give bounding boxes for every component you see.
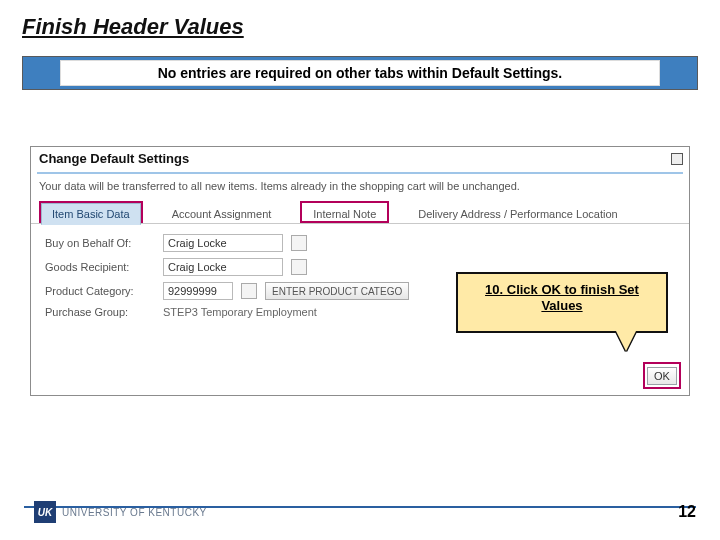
ok-button[interactable]: OK <box>647 367 677 385</box>
notice-inner: No entries are required on other tabs wi… <box>60 60 660 86</box>
panel-header: Change Default Settings <box>31 147 689 170</box>
instruction-callout: 10. Click OK to finish Set Values <box>456 272 668 333</box>
label-buy-on-behalf: Buy on Behalf Of: <box>45 237 155 249</box>
picker-product-category-icon[interactable] <box>241 283 257 299</box>
org-name: UNIVERSITY OF KENTUCKY <box>62 507 207 518</box>
page-number: 12 <box>678 503 696 521</box>
tab-internal-note[interactable]: Internal Note <box>302 203 387 224</box>
label-goods-recipient: Goods Recipient: <box>45 261 155 273</box>
window-toggle-icon[interactable] <box>671 153 683 165</box>
field-goods-recipient[interactable]: Craig Locke <box>163 258 283 276</box>
field-product-category[interactable]: 92999999 <box>163 282 233 300</box>
org-badge: UK <box>34 501 56 523</box>
callout-tail-icon <box>616 331 636 351</box>
label-purchase-group: Purchase Group: <box>45 306 155 318</box>
panel-title: Change Default Settings <box>39 151 189 166</box>
highlight-internal-note: Internal Note <box>300 201 389 223</box>
label-product-category: Product Category: <box>45 285 155 297</box>
highlight-ok: OK <box>643 362 681 389</box>
notice-text: No entries are required on other tabs wi… <box>158 65 563 81</box>
tab-account-assignment[interactable]: Account Assignment <box>161 203 283 224</box>
field-buy-on-behalf[interactable]: Craig Locke <box>163 234 283 252</box>
picker-buy-on-behalf-icon[interactable] <box>291 235 307 251</box>
value-purchase-group: STEP3 Temporary Employment <box>163 306 317 318</box>
ok-group: OK <box>643 362 681 389</box>
panel-help-text: Your data will be transferred to all new… <box>31 180 689 198</box>
callout-text: 10. Click OK to finish Set Values <box>468 282 656 313</box>
org-logo: UK UNIVERSITY OF KENTUCKY <box>34 501 207 523</box>
footer: UK UNIVERSITY OF KENTUCKY 12 <box>0 492 720 532</box>
tab-strip: Item Basic Data Account Assignment Inter… <box>31 198 689 224</box>
highlight-item-basic: Item Basic Data <box>39 201 143 223</box>
row-buy-on-behalf: Buy on Behalf Of: Craig Locke <box>45 234 675 252</box>
picker-goods-recipient-icon[interactable] <box>291 259 307 275</box>
notice-bar: No entries are required on other tabs wi… <box>22 56 698 90</box>
header-divider <box>37 172 683 174</box>
enter-product-category-button[interactable]: ENTER PRODUCT CATEGO <box>265 282 409 300</box>
slide-title: Finish Header Values <box>22 14 244 40</box>
tab-item-basic-data[interactable]: Item Basic Data <box>41 203 141 225</box>
tab-delivery-address[interactable]: Delivery Address / Performance Location <box>407 203 628 224</box>
change-default-settings-panel: Change Default Settings Your data will b… <box>30 146 690 396</box>
